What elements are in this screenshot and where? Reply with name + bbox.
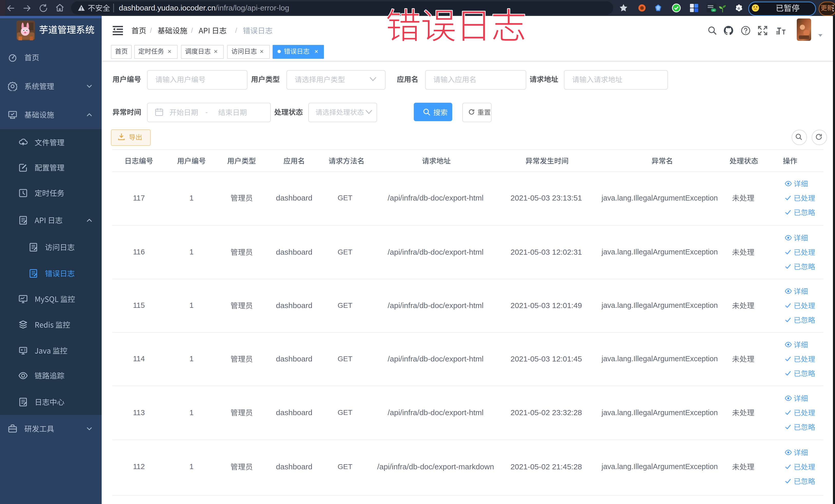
svg-text:on: on xyxy=(712,9,715,12)
